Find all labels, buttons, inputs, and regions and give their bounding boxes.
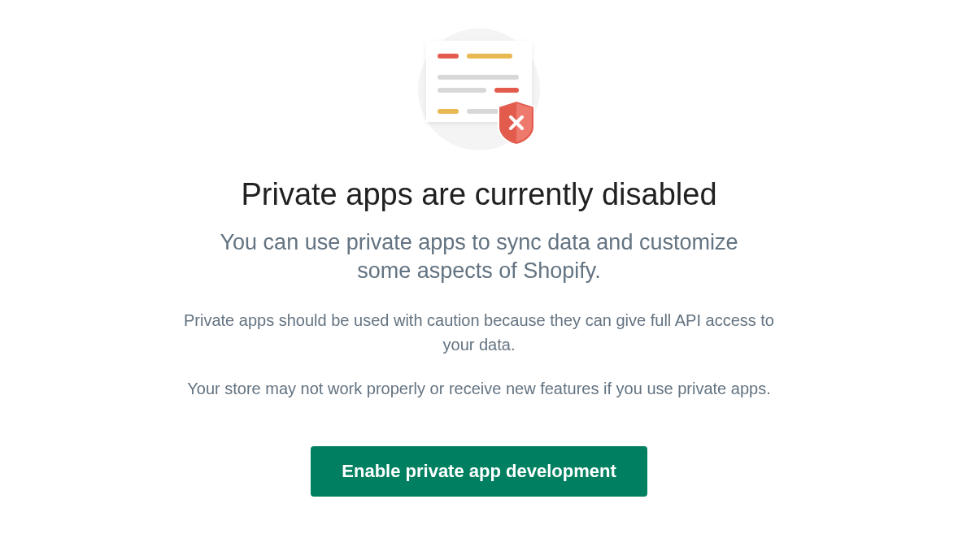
page-subheading: You can use private apps to sync data an…	[194, 228, 764, 285]
warning-text: Your store may not work properly or rece…	[187, 376, 770, 401]
shield-x-icon	[495, 99, 538, 146]
doc-line	[438, 75, 519, 80]
caution-text: Private apps should be used with caution…	[178, 308, 780, 357]
doc-line	[494, 88, 519, 93]
page-heading: Private apps are currently disabled	[241, 177, 716, 212]
doc-line	[438, 88, 486, 93]
document-shield-illustration	[414, 24, 544, 154]
doc-line	[438, 109, 459, 114]
doc-line	[467, 54, 512, 59]
doc-line	[438, 54, 459, 59]
enable-private-app-button[interactable]: Enable private app development	[311, 446, 647, 497]
